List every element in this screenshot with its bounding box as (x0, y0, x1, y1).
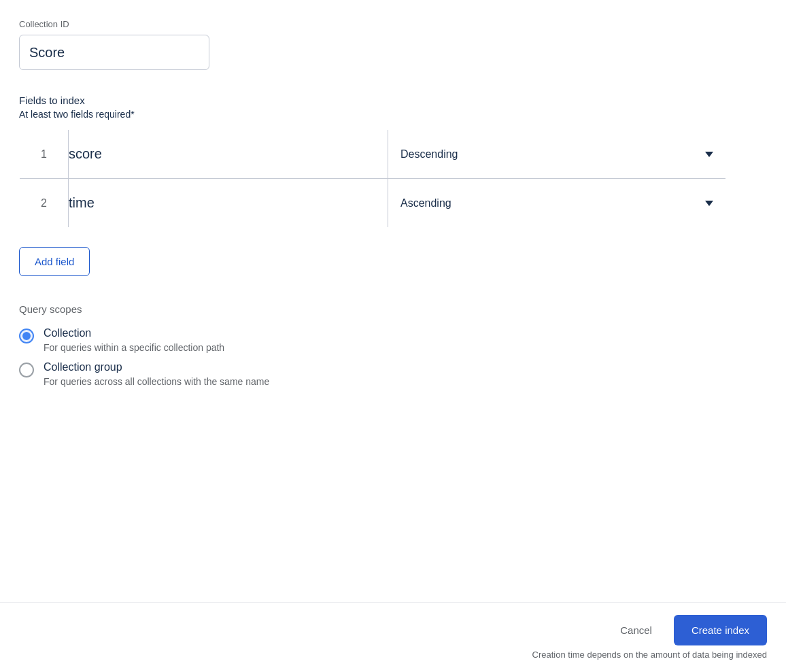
add-field-button[interactable]: Add field (19, 247, 90, 276)
radio-option-collection-group[interactable]: Collection group For queries across all … (19, 361, 767, 387)
radio-content-collection-group: Collection group For queries across all … (44, 361, 269, 387)
radio-outer-collection-group (19, 363, 34, 377)
order-cell-2[interactable]: Ascending (388, 197, 725, 209)
radio-description-collection-group: For queries across all collections with … (44, 376, 269, 387)
field-name-1: score (69, 130, 388, 179)
field-name-2: time (69, 179, 388, 228)
query-scopes-title: Query scopes (19, 303, 767, 315)
order-value-1: Descending (400, 148, 458, 161)
fields-subtitle: At least two fields required* (19, 109, 767, 120)
footer-note: Creation time depends on the amount of d… (532, 650, 767, 660)
row-number-1: 1 (20, 130, 69, 179)
table-row: 1 score Descending (20, 130, 726, 179)
order-cell-1[interactable]: Descending (388, 148, 725, 161)
cancel-button[interactable]: Cancel (609, 616, 663, 644)
create-index-button[interactable]: Create index (674, 615, 767, 645)
radio-label-collection-group: Collection group (44, 361, 269, 373)
radio-description-collection: For queries within a specific collection… (44, 342, 224, 353)
collection-id-label: Collection ID (19, 19, 767, 29)
table-row: 2 time Ascending (20, 179, 726, 228)
row-number-2: 2 (20, 179, 69, 228)
radio-inner-collection (22, 332, 31, 340)
dropdown-arrow-1 (705, 152, 713, 157)
dropdown-arrow-2 (705, 201, 713, 206)
footer: Cancel Create index Creation time depend… (0, 602, 786, 672)
fields-title: Fields to index (19, 95, 767, 106)
radio-outer-collection (19, 329, 34, 343)
collection-id-input[interactable] (19, 35, 209, 70)
fields-table: 1 score Descending 2 time As (19, 129, 726, 228)
radio-option-collection[interactable]: Collection For queries within a specific… (19, 327, 767, 353)
radio-label-collection: Collection (44, 327, 224, 339)
order-value-2: Ascending (400, 197, 451, 209)
radio-content-collection: Collection For queries within a specific… (44, 327, 224, 353)
footer-buttons: Cancel Create index (609, 615, 767, 645)
